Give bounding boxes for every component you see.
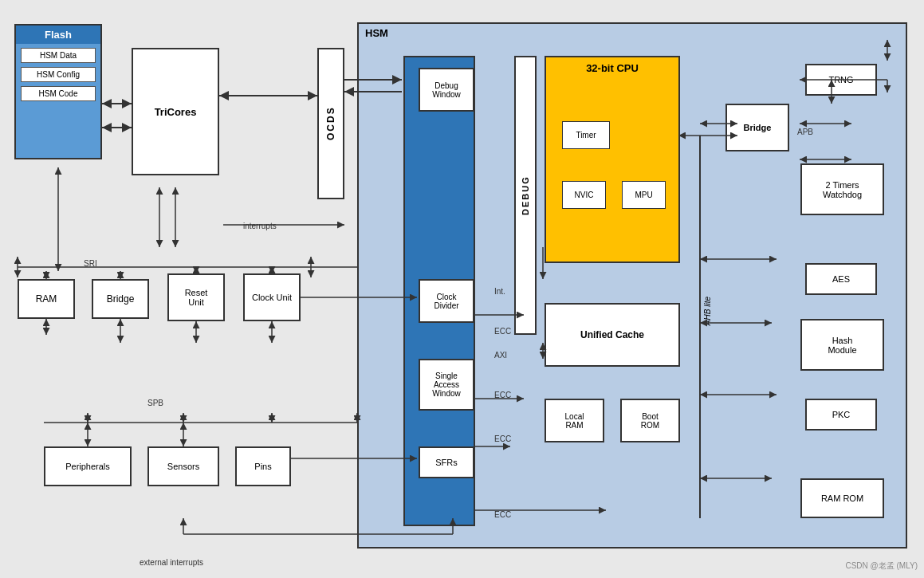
ecc3-label: ECC <box>494 434 511 443</box>
ram-rom-label: RAM ROM <box>821 493 863 503</box>
interrupts-label: interrupts <box>243 222 277 230</box>
cpu-timer: Timer <box>562 121 610 149</box>
bridge-left-block: Bridge <box>92 279 149 319</box>
flash-hsm-code: HSM Code <box>21 86 96 101</box>
bridge-right-label: Bridge <box>744 123 772 132</box>
ram-block: RAM <box>18 279 75 319</box>
clock-unit-label: Clock Unit <box>252 293 292 302</box>
bridge-left-label: Bridge <box>107 293 135 305</box>
saw-block: SingleAccessWindow <box>419 359 474 411</box>
trng-block: TRNG <box>805 64 877 96</box>
flash-hsm-data: HSM Data <box>21 48 96 63</box>
diagram-container: Flash HSM Data HSM Config HSM Code TriCo… <box>0 0 924 578</box>
reset-unit-label: ResetUnit <box>185 288 208 307</box>
svg-text:APB: APB <box>0 0 14 2</box>
ahb-lite-bar: AHB lite <box>698 88 716 534</box>
tricores-label: TriCores <box>155 106 197 118</box>
boot-rom-label: BootROM <box>641 412 659 430</box>
flash-block: Flash HSM Data HSM Config HSM Code <box>14 24 102 159</box>
clock-divider-label: ClockDivider <box>434 293 458 310</box>
hash-module-label: HashModule <box>828 336 856 355</box>
peripherals-label: Peripherals <box>65 462 110 471</box>
cpu-block: 32-bit CPU Timer NVIC MPU <box>545 56 680 263</box>
sfrs-block: SFRs <box>419 446 474 478</box>
pkc-label: PKC <box>832 410 851 419</box>
flash-title: Flash <box>16 26 100 44</box>
external-interrupts-label: external interrupts <box>140 558 203 567</box>
sensors-block: Sensors <box>147 446 219 486</box>
cpu-label: 32-bit CPU <box>546 57 678 79</box>
reset-unit-block: ResetUnit <box>167 273 225 321</box>
apb-label: APB <box>797 128 813 136</box>
hsm-label: HSM <box>365 27 388 39</box>
clock-divider: ClockDivider <box>419 279 474 323</box>
saw-label: SingleAccessWindow <box>432 372 461 398</box>
cpu-mpu: MPU <box>622 181 666 209</box>
aes-block: AES <box>805 263 877 295</box>
pins-block: Pins <box>235 446 291 486</box>
timers-watchdog-block: 2 TimersWatchdog <box>800 163 884 215</box>
clock-unit-block: Clock Unit <box>243 273 301 321</box>
ecc1-label: ECC <box>494 327 511 336</box>
pins-label: Pins <box>254 462 271 471</box>
ahb-lite-label: AHB lite <box>703 297 712 325</box>
hsm-container: HSM BridgeModule DebugWindow ClockDivide… <box>357 22 907 549</box>
unified-cache-label: Unified Cache <box>580 329 644 340</box>
debug-bar-label: DEBUG <box>521 175 530 215</box>
debug-window: DebugWindow <box>419 68 474 112</box>
sensors-label: Sensors <box>167 462 199 471</box>
bridge-right: Bridge <box>725 104 789 151</box>
aes-label: AES <box>832 274 850 284</box>
tricores-block: TriCores <box>132 48 219 175</box>
cpu-nvic: NVIC <box>562 181 606 209</box>
ecc2-label: ECC <box>494 391 511 399</box>
ocds-label: OCDS <box>325 107 336 141</box>
local-ram-label: LocalRAM <box>565 412 584 430</box>
sfrs-label: SFRs <box>435 458 458 467</box>
axi-label: AXI <box>494 351 507 360</box>
trng-label: TRNG <box>828 75 853 85</box>
debug-bar: DEBUG <box>514 56 537 335</box>
boot-rom: BootROM <box>620 399 680 442</box>
debug-window-label: DebugWindow <box>432 81 461 99</box>
unified-cache: Unified Cache <box>545 303 680 367</box>
spb-label: SPB <box>147 399 163 407</box>
local-ram: LocalRAM <box>545 399 604 442</box>
flash-hsm-config: HSM Config <box>21 67 96 82</box>
ecc4-label: ECC <box>494 510 511 519</box>
ocds-block: OCDS <box>317 48 344 199</box>
hash-module-block: HashModule <box>800 319 884 371</box>
watermark: CSDN @老孟 (MLY) <box>845 560 918 572</box>
sri-label: SRI <box>84 259 97 268</box>
pkc-block: PKC <box>805 399 877 431</box>
ram-rom-block: RAM ROM <box>800 478 884 518</box>
ram-label: RAM <box>36 293 57 305</box>
int-label: Int. <box>494 287 505 296</box>
timers-watchdog-label: 2 TimersWatchdog <box>823 180 862 199</box>
peripherals-block: Peripherals <box>44 446 132 486</box>
